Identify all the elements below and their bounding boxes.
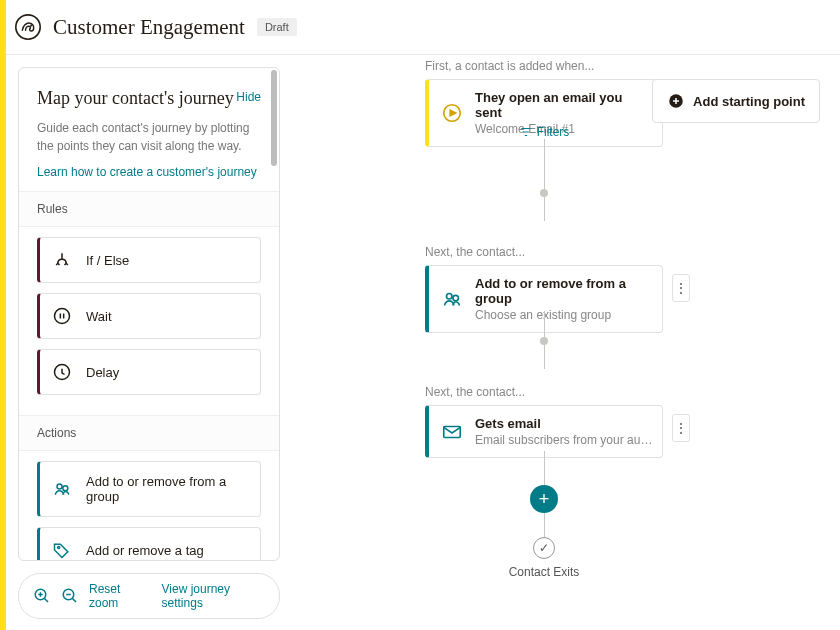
sidebar-title: Map your contact's journey (37, 88, 234, 109)
zoom-out-button[interactable] (61, 587, 79, 605)
exit-icon: ✓ (533, 537, 555, 559)
clock-icon (52, 362, 72, 382)
svg-point-13 (453, 295, 459, 301)
rule-delay[interactable]: Delay (37, 349, 261, 395)
node-sub: Email subscribers from your automation..… (475, 433, 653, 447)
start-hint: First, a contact is added when... (425, 59, 663, 73)
sidebar-subtitle: Guide each contact's journey by plotting… (37, 119, 261, 155)
plus-circle-icon (667, 92, 685, 110)
svg-point-2 (55, 309, 70, 324)
rule-label: Delay (86, 365, 119, 380)
svg-point-12 (447, 294, 453, 300)
next-hint: Next, the contact... (425, 385, 663, 399)
app-header: Customer Engagement Draft (0, 0, 840, 55)
rule-if-else[interactable]: If / Else (37, 237, 261, 283)
connector-dot[interactable] (540, 189, 548, 197)
group-icon (52, 479, 72, 499)
node-title: Add to or remove from a group (475, 276, 650, 306)
connector-dot[interactable] (540, 337, 548, 345)
journey-canvas[interactable]: First, a contact is added when... They o… (280, 55, 840, 630)
rule-label: Wait (86, 309, 112, 324)
view-settings-button[interactable]: View journey settings (162, 582, 265, 610)
svg-point-4 (57, 484, 62, 489)
pause-icon (52, 306, 72, 326)
group-icon (441, 288, 463, 310)
actions-section-label: Actions (19, 415, 279, 451)
action-group[interactable]: Add to or remove from a group (37, 461, 261, 517)
svg-point-1 (30, 24, 32, 26)
hide-button[interactable]: Hide (236, 90, 261, 104)
journey-palette: Map your contact's journey Hide Guide ea… (18, 67, 280, 561)
node-more-button[interactable]: ⋮ (672, 414, 690, 442)
reset-zoom-button[interactable]: Reset zoom (89, 582, 148, 610)
action-label: Add to or remove from a group (86, 474, 248, 504)
action-tag[interactable]: Add or remove a tag (37, 527, 261, 561)
email-icon (441, 421, 463, 443)
add-step-button[interactable]: + (530, 485, 558, 513)
page-title: Customer Engagement (53, 15, 245, 40)
svg-point-6 (58, 546, 60, 548)
add-starting-point-button[interactable]: Add starting point (652, 79, 820, 123)
rules-section-label: Rules (19, 191, 279, 227)
node-more-button[interactable]: ⋮ (672, 274, 690, 302)
exit-label: Contact Exits (509, 565, 580, 579)
zoom-toolbar: Reset zoom View journey settings (18, 573, 280, 619)
scrollbar-thumb[interactable] (271, 70, 277, 166)
mailchimp-logo-icon (15, 14, 41, 40)
play-circle-icon (441, 102, 463, 124)
rule-label: If / Else (86, 253, 129, 268)
zoom-in-button[interactable] (33, 587, 51, 605)
tag-icon (52, 540, 72, 560)
status-badge: Draft (257, 18, 297, 36)
rule-wait[interactable]: Wait (37, 293, 261, 339)
svg-point-5 (63, 486, 68, 491)
next-hint: Next, the contact... (425, 245, 663, 259)
node-title: They open an email you sent (475, 90, 650, 120)
learn-link[interactable]: Learn how to create a customer's journey (37, 165, 261, 179)
node-title: Gets email (475, 416, 653, 431)
filters-button[interactable]: Filters (519, 125, 570, 139)
action-label: Add or remove a tag (86, 543, 204, 558)
branch-icon (52, 250, 72, 270)
add-starting-point-label: Add starting point (693, 94, 805, 109)
